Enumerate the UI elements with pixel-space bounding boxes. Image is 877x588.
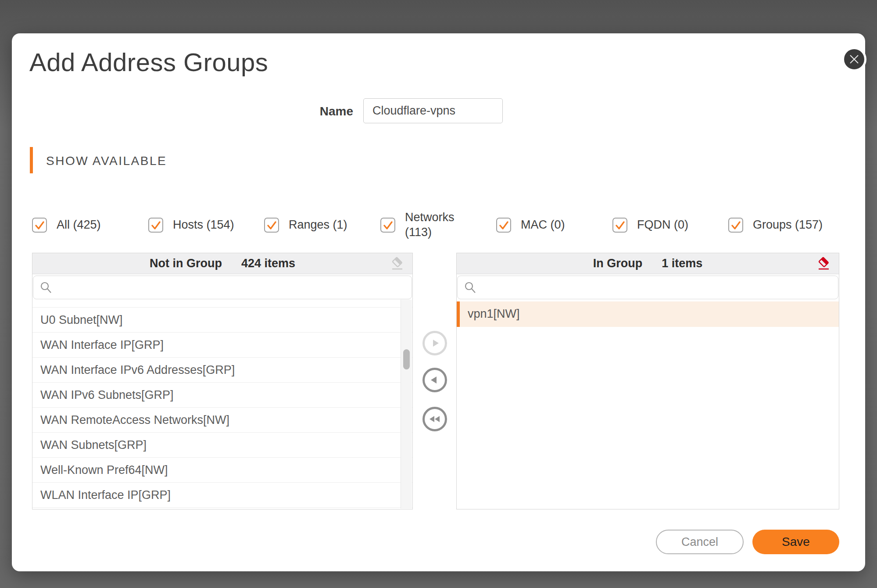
not-in-group-search: [33, 276, 412, 299]
checkbox-checked-icon: [612, 218, 627, 233]
checkbox-checked-icon: [380, 218, 395, 233]
name-label: Name: [279, 104, 353, 118]
close-icon: [848, 54, 860, 65]
not-in-group-panel: Not in Group 424 items: [32, 253, 413, 509]
add-address-groups-dialog: Add Address Groups Name SHOW AVAILABLE A…: [12, 33, 865, 571]
panel-item-count: 1 items: [662, 257, 702, 270]
partially-scrolled-row: [32, 300, 412, 308]
remove-all-button[interactable]: [816, 256, 831, 271]
arrow-right-icon: [428, 336, 442, 350]
checkbox-checked-icon: [496, 218, 511, 233]
panel-title: Not in Group: [150, 257, 222, 270]
screen-backdrop: Add Address Groups Name SHOW AVAILABLE A…: [0, 0, 877, 588]
list-item-selected[interactable]: vpn1[NW]: [457, 301, 839, 327]
filter-checkbox-all[interactable]: All (425): [32, 211, 101, 239]
checkbox-checked-icon: [32, 218, 47, 233]
move-right-button[interactable]: [422, 331, 447, 355]
save-button[interactable]: Save: [752, 530, 839, 554]
filter-checkbox-networks[interactable]: Networks (113): [380, 211, 458, 239]
in-group-panel: In Group 1 items: [456, 253, 839, 509]
section-accent-bar: [30, 147, 33, 173]
clear-search-button[interactable]: [390, 256, 404, 271]
filter-checkbox-mac[interactable]: MAC (0): [496, 211, 565, 239]
filter-label: All (425): [57, 218, 101, 233]
search-input[interactable]: [457, 276, 838, 299]
list-item[interactable]: WLAN Interface IP[GRP]: [32, 483, 412, 508]
filter-checkbox-ranges[interactable]: Ranges (1): [264, 211, 347, 239]
eraser-icon: [816, 256, 831, 271]
not-in-group-header: Not in Group 424 items: [32, 253, 412, 274]
section-title: SHOW AVAILABLE: [46, 154, 167, 168]
scrollbar-thumb[interactable]: [403, 349, 410, 369]
filter-label: Ranges (1): [289, 218, 347, 233]
list-item[interactable]: WAN IPv6 Subnets[GRP]: [32, 383, 412, 408]
filter-checkbox-fqdn[interactable]: FQDN (0): [612, 211, 688, 239]
list-item[interactable]: WAN Subnets[GRP]: [32, 433, 412, 458]
cancel-button[interactable]: Cancel: [656, 530, 744, 554]
filter-label: FQDN (0): [637, 218, 688, 233]
filter-label: Hosts (154): [173, 218, 234, 233]
filter-label: Networks (113): [405, 210, 458, 240]
filter-checkbox-groups[interactable]: Groups (157): [728, 211, 823, 239]
checkbox-checked-icon: [728, 218, 743, 233]
list-item[interactable]: U0 Subnet[NW]: [32, 308, 412, 333]
list-item[interactable]: WAN Interface IP[GRP]: [32, 333, 412, 358]
list-item[interactable]: WAN RemoteAccess Networks[NW]: [32, 408, 412, 433]
in-group-header: In Group 1 items: [457, 253, 839, 274]
panel-item-count: 424 items: [241, 257, 295, 270]
close-button[interactable]: [842, 47, 866, 72]
list-item[interactable]: Well-Known Pref64[NW]: [32, 458, 412, 483]
dialog-title: Add Address Groups: [29, 49, 268, 76]
move-all-left-button[interactable]: [422, 407, 447, 431]
filter-label: Groups (157): [753, 218, 823, 233]
filter-checkbox-hosts[interactable]: Hosts (154): [148, 211, 234, 239]
in-group-search: [457, 276, 838, 299]
checkbox-checked-icon: [148, 218, 163, 233]
eraser-icon: [390, 256, 404, 271]
search-input[interactable]: [33, 276, 412, 299]
double-arrow-left-icon: [427, 412, 442, 427]
move-left-button[interactable]: [422, 368, 447, 392]
list-item[interactable]: WAN Interface IPv6 Addresses[GRP]: [32, 358, 412, 383]
filter-label: MAC (0): [521, 218, 565, 233]
panel-title: In Group: [593, 257, 642, 270]
name-input[interactable]: [363, 98, 503, 123]
scrollbar-track[interactable]: [401, 300, 412, 509]
not-in-group-list: U0 Subnet[NW] WAN Interface IP[GRP] WAN …: [32, 300, 412, 509]
checkbox-checked-icon: [264, 218, 279, 233]
arrow-left-icon: [428, 373, 442, 387]
